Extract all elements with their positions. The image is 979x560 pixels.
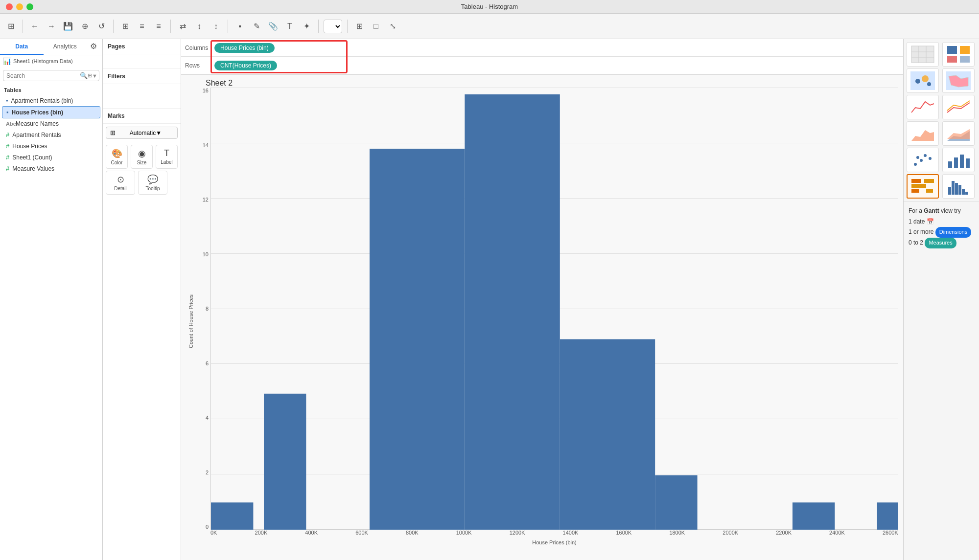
- columns-shelf: Columns House Prices (bin): [181, 39, 903, 57]
- chart-type-text-table[interactable]: [907, 42, 939, 67]
- chart-type-gantt-active[interactable]: [907, 174, 939, 199]
- close-button[interactable]: [6, 3, 13, 10]
- undo-button[interactable]: ↺: [94, 20, 108, 33]
- chart-type-dual-line[interactable]: [942, 95, 975, 119]
- chart-type-histogram[interactable]: [942, 174, 975, 199]
- tooltip-icon: 💬: [147, 174, 158, 185]
- label-icon: T: [164, 148, 169, 158]
- xtick-1200k: 1200K: [510, 530, 525, 539]
- search-input[interactable]: [6, 72, 80, 79]
- xtick-2000k: 2000K: [723, 530, 738, 539]
- chart-type-bar-chart[interactable]: [942, 148, 975, 172]
- view-dropdown[interactable]: Standard: [324, 20, 342, 33]
- tooltip-label: Tooltip: [146, 186, 160, 191]
- bar-2400k[interactable]: [877, 502, 898, 530]
- sort-toggle[interactable]: ▼: [92, 73, 97, 79]
- date-label: 1 date: [909, 218, 925, 225]
- bar-1000k[interactable]: [560, 339, 655, 530]
- chart-type-heat-map[interactable]: [942, 42, 975, 67]
- filters-header: Filters: [103, 69, 181, 84]
- separator-5: [318, 20, 319, 33]
- separator-3: [170, 20, 171, 33]
- add-datasource-button[interactable]: ⊕: [78, 20, 92, 33]
- swap-button[interactable]: ⇄: [176, 20, 189, 33]
- chart-type-area[interactable]: [907, 121, 939, 146]
- star-button[interactable]: ✦: [300, 20, 313, 33]
- maximize-button[interactable]: [26, 3, 33, 10]
- group-button[interactable]: ⊞: [118, 20, 132, 33]
- label-button[interactable]: T Label: [156, 145, 178, 169]
- tab-analytics[interactable]: Analytics: [44, 39, 87, 55]
- view-toggle[interactable]: ⊞: [88, 72, 92, 79]
- bars-svg-area[interactable]: [210, 88, 898, 530]
- bar-800k[interactable]: [465, 94, 559, 530]
- chart-view: Sheet 2 Count of House Prices 16 14 12 1…: [181, 75, 903, 560]
- sort2-button[interactable]: ↕: [209, 20, 223, 33]
- titlebar: Tableau - Histogram: [0, 0, 979, 14]
- marks-type-icon: ⊞: [110, 129, 128, 136]
- xtick-2600k: 2600K: [883, 530, 898, 539]
- window-controls[interactable]: [6, 3, 33, 10]
- sort-button[interactable]: ↕: [192, 20, 206, 33]
- save-button[interactable]: 💾: [61, 20, 75, 33]
- table-item-apartment-rentals[interactable]: # Apartment Rentals: [2, 129, 100, 140]
- xtick-1000k: 1000K: [456, 530, 472, 539]
- rows-button[interactable]: ≡: [152, 20, 165, 33]
- minimize-button[interactable]: [16, 3, 23, 10]
- hash-icon: #: [6, 131, 9, 138]
- search-bar[interactable]: 🔍 ⊞ ▼: [3, 70, 99, 81]
- table-item-apartment-bin[interactable]: ▪ Apartment Rentals (bin): [2, 95, 100, 106]
- columns-pill[interactable]: House Prices (bin): [214, 43, 275, 53]
- search-icon: 🔍: [80, 72, 88, 79]
- chart-with-y-ticks: 16 14 12 10 8 6 4 2 0: [196, 88, 898, 539]
- chart-type-symbol-map[interactable]: [907, 68, 939, 93]
- bar-0[interactable]: [211, 502, 253, 530]
- color-button[interactable]: 🎨 Color: [106, 145, 128, 169]
- annotate-button[interactable]: 📎: [266, 20, 280, 33]
- detail-button[interactable]: ⊙ Detail: [106, 171, 135, 195]
- dataset-name: Sheet1 (Histogram Data): [13, 58, 73, 64]
- device-preview-button[interactable]: □: [369, 20, 383, 33]
- dataset-icon: 📊: [3, 57, 11, 65]
- table-item-house-bin[interactable]: ▪ House Prices (bin): [2, 106, 100, 118]
- item-label: Apartment Rentals: [12, 132, 61, 138]
- bar-600k[interactable]: [370, 149, 465, 530]
- x-axis-ticks: 0K 200K 400K 600K 800K 1000K 1200K 1400K…: [210, 530, 898, 539]
- svg-point-18: [916, 156, 919, 159]
- tab-data[interactable]: Data: [0, 39, 44, 55]
- tooltip-button[interactable]: 💬 Tooltip: [138, 171, 167, 195]
- separator-2: [113, 20, 114, 33]
- columns-label: Columns: [185, 45, 214, 51]
- forward-button[interactable]: →: [45, 20, 58, 33]
- bar-1200k[interactable]: [655, 475, 697, 530]
- bar-200k[interactable]: [264, 394, 306, 530]
- table-item-sheet1-count[interactable]: # Sheet1 (Count): [2, 152, 100, 163]
- highlight-button[interactable]: ✎: [250, 20, 263, 33]
- hash-icon-3: #: [6, 154, 9, 161]
- chart-type-filled-map[interactable]: [942, 68, 975, 93]
- rows-pill[interactable]: CNT(House Prices): [214, 61, 277, 70]
- table-item-measure-names[interactable]: Abc Measure Names: [2, 118, 100, 129]
- rows-label: Rows: [185, 62, 214, 69]
- measures-badge: Measures: [925, 238, 956, 248]
- back-button[interactable]: ←: [28, 20, 42, 33]
- table-item-house-prices[interactable]: # House Prices: [2, 140, 100, 152]
- bar-chart-icon-2: ▪: [6, 109, 9, 116]
- bar-1800k[interactable]: [793, 502, 835, 530]
- xtick-200k: 200K: [255, 530, 268, 539]
- chart-type-dual-area[interactable]: [942, 121, 975, 146]
- columns-button[interactable]: ≡: [135, 20, 149, 33]
- mark-type-button[interactable]: ▪: [233, 20, 247, 33]
- marks-type-dropdown[interactable]: ⊞ Automatic ▼: [106, 127, 178, 139]
- panel-settings[interactable]: ⚙: [87, 39, 100, 53]
- table-item-measure-values[interactable]: # Measure Values: [2, 163, 100, 174]
- chart-type-scatter[interactable]: [907, 148, 939, 172]
- tick-10: 10: [203, 251, 209, 257]
- size-button[interactable]: ◉ Size: [131, 145, 153, 169]
- fix-axes-button[interactable]: ⊞: [352, 20, 366, 33]
- chart-type-line[interactable]: [907, 95, 939, 119]
- share-button[interactable]: ⤡: [386, 20, 399, 33]
- text-button[interactable]: T: [283, 20, 297, 33]
- color-icon: 🎨: [112, 148, 122, 159]
- dimensions-prefix: 1 or more: [909, 228, 933, 235]
